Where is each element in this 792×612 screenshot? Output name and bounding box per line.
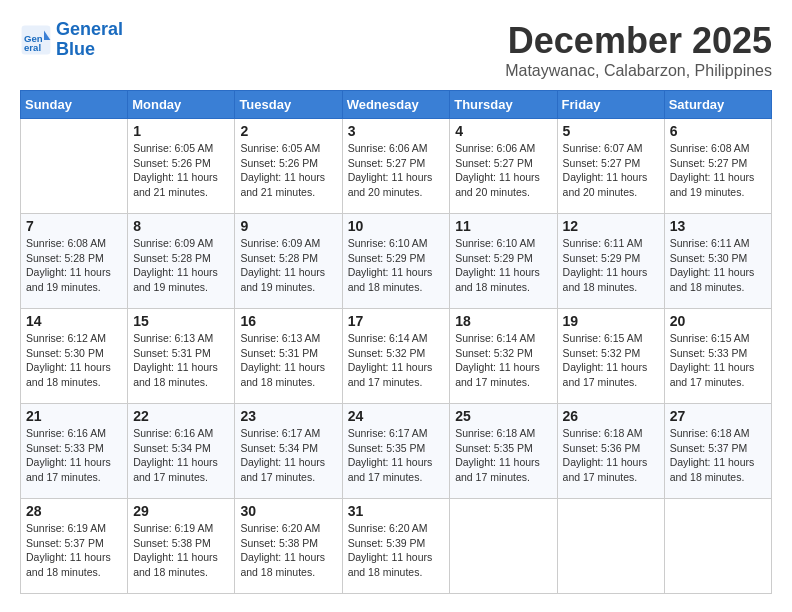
day-info: Sunrise: 6:13 AMSunset: 5:31 PMDaylight:… xyxy=(240,331,336,390)
day-number: 24 xyxy=(348,408,445,424)
day-number: 27 xyxy=(670,408,766,424)
calendar-cell xyxy=(450,499,557,594)
day-info: Sunrise: 6:05 AMSunset: 5:26 PMDaylight:… xyxy=(240,141,336,200)
logo-text: GeneralBlue xyxy=(56,20,123,60)
calendar-cell: 19Sunrise: 6:15 AMSunset: 5:32 PMDayligh… xyxy=(557,309,664,404)
calendar-cell: 21Sunrise: 6:16 AMSunset: 5:33 PMDayligh… xyxy=(21,404,128,499)
day-info: Sunrise: 6:16 AMSunset: 5:33 PMDaylight:… xyxy=(26,426,122,485)
day-info: Sunrise: 6:14 AMSunset: 5:32 PMDaylight:… xyxy=(348,331,445,390)
calendar-cell: 13Sunrise: 6:11 AMSunset: 5:30 PMDayligh… xyxy=(664,214,771,309)
weekday-header-saturday: Saturday xyxy=(664,91,771,119)
day-number: 18 xyxy=(455,313,551,329)
calendar-cell: 28Sunrise: 6:19 AMSunset: 5:37 PMDayligh… xyxy=(21,499,128,594)
day-number: 12 xyxy=(563,218,659,234)
day-info: Sunrise: 6:17 AMSunset: 5:34 PMDaylight:… xyxy=(240,426,336,485)
calendar-cell: 26Sunrise: 6:18 AMSunset: 5:36 PMDayligh… xyxy=(557,404,664,499)
day-number: 3 xyxy=(348,123,445,139)
day-number: 11 xyxy=(455,218,551,234)
svg-text:eral: eral xyxy=(24,42,41,53)
day-number: 19 xyxy=(563,313,659,329)
calendar-cell xyxy=(557,499,664,594)
day-info: Sunrise: 6:18 AMSunset: 5:36 PMDaylight:… xyxy=(563,426,659,485)
calendar-cell: 3Sunrise: 6:06 AMSunset: 5:27 PMDaylight… xyxy=(342,119,450,214)
day-info: Sunrise: 6:05 AMSunset: 5:26 PMDaylight:… xyxy=(133,141,229,200)
calendar-cell: 10Sunrise: 6:10 AMSunset: 5:29 PMDayligh… xyxy=(342,214,450,309)
calendar-week-5: 28Sunrise: 6:19 AMSunset: 5:37 PMDayligh… xyxy=(21,499,772,594)
calendar-cell: 31Sunrise: 6:20 AMSunset: 5:39 PMDayligh… xyxy=(342,499,450,594)
day-number: 28 xyxy=(26,503,122,519)
calendar-cell xyxy=(664,499,771,594)
calendar-cell: 25Sunrise: 6:18 AMSunset: 5:35 PMDayligh… xyxy=(450,404,557,499)
day-info: Sunrise: 6:20 AMSunset: 5:39 PMDaylight:… xyxy=(348,521,445,580)
day-info: Sunrise: 6:09 AMSunset: 5:28 PMDaylight:… xyxy=(133,236,229,295)
day-info: Sunrise: 6:10 AMSunset: 5:29 PMDaylight:… xyxy=(348,236,445,295)
title-area: December 2025 Mataywanac, Calabarzon, Ph… xyxy=(505,20,772,80)
day-info: Sunrise: 6:08 AMSunset: 5:27 PMDaylight:… xyxy=(670,141,766,200)
day-info: Sunrise: 6:08 AMSunset: 5:28 PMDaylight:… xyxy=(26,236,122,295)
day-info: Sunrise: 6:09 AMSunset: 5:28 PMDaylight:… xyxy=(240,236,336,295)
calendar-week-4: 21Sunrise: 6:16 AMSunset: 5:33 PMDayligh… xyxy=(21,404,772,499)
day-number: 20 xyxy=(670,313,766,329)
calendar-cell: 18Sunrise: 6:14 AMSunset: 5:32 PMDayligh… xyxy=(450,309,557,404)
weekday-header-row: SundayMondayTuesdayWednesdayThursdayFrid… xyxy=(21,91,772,119)
calendar-cell: 12Sunrise: 6:11 AMSunset: 5:29 PMDayligh… xyxy=(557,214,664,309)
calendar-cell: 16Sunrise: 6:13 AMSunset: 5:31 PMDayligh… xyxy=(235,309,342,404)
day-info: Sunrise: 6:17 AMSunset: 5:35 PMDaylight:… xyxy=(348,426,445,485)
day-number: 2 xyxy=(240,123,336,139)
day-number: 4 xyxy=(455,123,551,139)
calendar-cell: 7Sunrise: 6:08 AMSunset: 5:28 PMDaylight… xyxy=(21,214,128,309)
day-info: Sunrise: 6:20 AMSunset: 5:38 PMDaylight:… xyxy=(240,521,336,580)
day-number: 7 xyxy=(26,218,122,234)
calendar-cell xyxy=(21,119,128,214)
weekday-header-wednesday: Wednesday xyxy=(342,91,450,119)
calendar-week-1: 1Sunrise: 6:05 AMSunset: 5:26 PMDaylight… xyxy=(21,119,772,214)
day-number: 9 xyxy=(240,218,336,234)
day-number: 31 xyxy=(348,503,445,519)
day-number: 14 xyxy=(26,313,122,329)
weekday-header-monday: Monday xyxy=(128,91,235,119)
day-number: 26 xyxy=(563,408,659,424)
day-number: 25 xyxy=(455,408,551,424)
day-number: 6 xyxy=(670,123,766,139)
day-info: Sunrise: 6:13 AMSunset: 5:31 PMDaylight:… xyxy=(133,331,229,390)
logo: Gen eral GeneralBlue xyxy=(20,20,123,60)
day-info: Sunrise: 6:18 AMSunset: 5:37 PMDaylight:… xyxy=(670,426,766,485)
calendar-cell: 6Sunrise: 6:08 AMSunset: 5:27 PMDaylight… xyxy=(664,119,771,214)
day-number: 16 xyxy=(240,313,336,329)
day-info: Sunrise: 6:06 AMSunset: 5:27 PMDaylight:… xyxy=(455,141,551,200)
day-number: 1 xyxy=(133,123,229,139)
day-number: 15 xyxy=(133,313,229,329)
logo-icon: Gen eral xyxy=(20,24,52,56)
weekday-header-sunday: Sunday xyxy=(21,91,128,119)
calendar-cell: 8Sunrise: 6:09 AMSunset: 5:28 PMDaylight… xyxy=(128,214,235,309)
day-info: Sunrise: 6:06 AMSunset: 5:27 PMDaylight:… xyxy=(348,141,445,200)
weekday-header-tuesday: Tuesday xyxy=(235,91,342,119)
weekday-header-thursday: Thursday xyxy=(450,91,557,119)
calendar-table: SundayMondayTuesdayWednesdayThursdayFrid… xyxy=(20,90,772,594)
day-info: Sunrise: 6:12 AMSunset: 5:30 PMDaylight:… xyxy=(26,331,122,390)
day-number: 22 xyxy=(133,408,229,424)
calendar-cell: 22Sunrise: 6:16 AMSunset: 5:34 PMDayligh… xyxy=(128,404,235,499)
day-number: 30 xyxy=(240,503,336,519)
day-number: 10 xyxy=(348,218,445,234)
day-number: 13 xyxy=(670,218,766,234)
calendar-week-2: 7Sunrise: 6:08 AMSunset: 5:28 PMDaylight… xyxy=(21,214,772,309)
day-info: Sunrise: 6:19 AMSunset: 5:38 PMDaylight:… xyxy=(133,521,229,580)
calendar-cell: 2Sunrise: 6:05 AMSunset: 5:26 PMDaylight… xyxy=(235,119,342,214)
calendar-cell: 20Sunrise: 6:15 AMSunset: 5:33 PMDayligh… xyxy=(664,309,771,404)
calendar-cell: 30Sunrise: 6:20 AMSunset: 5:38 PMDayligh… xyxy=(235,499,342,594)
day-number: 8 xyxy=(133,218,229,234)
calendar-cell: 15Sunrise: 6:13 AMSunset: 5:31 PMDayligh… xyxy=(128,309,235,404)
weekday-header-friday: Friday xyxy=(557,91,664,119)
location-title: Mataywanac, Calabarzon, Philippines xyxy=(505,62,772,80)
day-info: Sunrise: 6:11 AMSunset: 5:29 PMDaylight:… xyxy=(563,236,659,295)
day-info: Sunrise: 6:14 AMSunset: 5:32 PMDaylight:… xyxy=(455,331,551,390)
day-info: Sunrise: 6:15 AMSunset: 5:33 PMDaylight:… xyxy=(670,331,766,390)
calendar-week-3: 14Sunrise: 6:12 AMSunset: 5:30 PMDayligh… xyxy=(21,309,772,404)
day-info: Sunrise: 6:07 AMSunset: 5:27 PMDaylight:… xyxy=(563,141,659,200)
day-info: Sunrise: 6:19 AMSunset: 5:37 PMDaylight:… xyxy=(26,521,122,580)
day-info: Sunrise: 6:15 AMSunset: 5:32 PMDaylight:… xyxy=(563,331,659,390)
day-number: 29 xyxy=(133,503,229,519)
month-title: December 2025 xyxy=(505,20,772,62)
day-info: Sunrise: 6:16 AMSunset: 5:34 PMDaylight:… xyxy=(133,426,229,485)
